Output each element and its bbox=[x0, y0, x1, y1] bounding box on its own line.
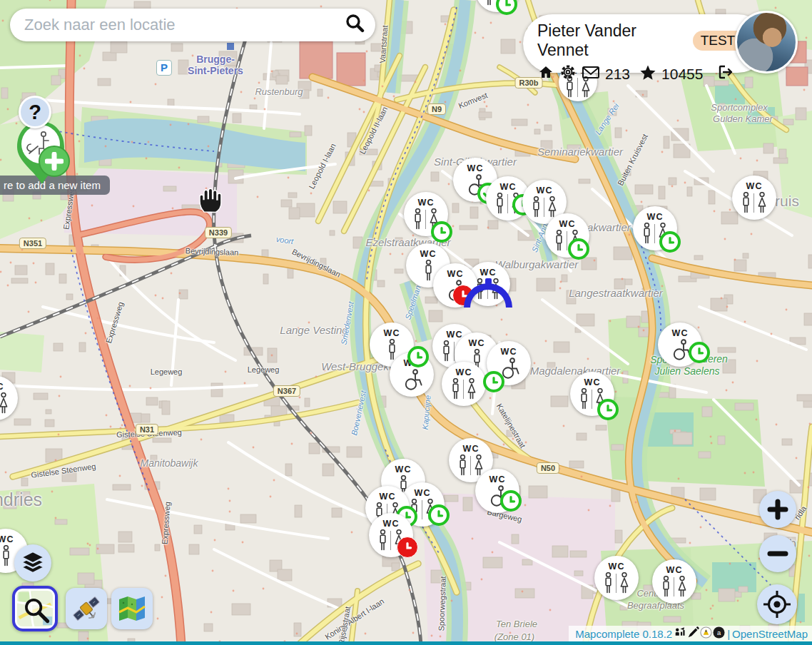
marker-wc-label: WC bbox=[447, 270, 464, 279]
toilet-marker[interactable]: WC bbox=[658, 322, 702, 367]
toilet-marker[interactable]: WC bbox=[442, 362, 486, 406]
user-avatar[interactable] bbox=[735, 11, 798, 73]
marker-wc-label: WC bbox=[537, 186, 553, 195]
road-ref-badge: N367 bbox=[273, 385, 300, 397]
toilet-marker[interactable]: WC bbox=[545, 213, 589, 258]
parking-sign: P bbox=[156, 60, 172, 76]
man-woman-icon bbox=[0, 392, 9, 414]
messages-count: 213 bbox=[605, 66, 630, 83]
opening-hours-badge bbox=[689, 342, 710, 363]
drag-hand-icon bbox=[197, 187, 224, 217]
marker-wc-label: WC bbox=[480, 268, 497, 278]
road-ref-badge: N339 bbox=[205, 227, 232, 238]
opening-hours-badge bbox=[568, 238, 589, 260]
toilet-marker[interactable]: WC bbox=[369, 513, 413, 557]
marker-wc-label: WC bbox=[584, 378, 601, 387]
road-ref-badge: N50 bbox=[537, 462, 559, 474]
road-ref-badge: N9 bbox=[427, 103, 446, 115]
osm-copyright-icon[interactable]: a bbox=[713, 626, 725, 641]
wheelchair-icon bbox=[669, 338, 691, 360]
marker-wc-label: WC bbox=[415, 489, 431, 498]
community-stats-icon[interactable] bbox=[674, 626, 686, 641]
road-ref-badge: N351 bbox=[19, 238, 46, 249]
marker-wc-label: WC bbox=[456, 368, 472, 377]
marker-wc-label: WC bbox=[383, 519, 400, 529]
search-bar[interactable] bbox=[10, 9, 375, 41]
search-icon[interactable] bbox=[342, 11, 367, 39]
man-woman-icon bbox=[603, 572, 631, 594]
home-icon[interactable] bbox=[537, 64, 554, 84]
marker-wc-label: WC bbox=[463, 445, 479, 454]
pencil-icon[interactable] bbox=[687, 626, 699, 641]
toilet-marker[interactable]: WC bbox=[652, 559, 696, 604]
marker-wc-label: WC bbox=[609, 562, 625, 572]
opening-hours-badge bbox=[428, 504, 450, 526]
marker-wc-label: WC bbox=[0, 535, 14, 544]
background-satellite-button[interactable] bbox=[66, 588, 107, 629]
person-icon bbox=[1, 544, 11, 567]
person-icon bbox=[387, 338, 397, 360]
marker-wc-label: WC bbox=[384, 329, 400, 338]
toilet-marker[interactable]: WC bbox=[732, 176, 776, 220]
marker-wc-label: WC bbox=[469, 339, 485, 348]
toilet-marker[interactable]: WC bbox=[594, 556, 639, 600]
attribution-separator: | bbox=[727, 628, 730, 640]
map-canvas[interactable]: Brugge-Sint-PietersRustenburgSint-Gillis… bbox=[0, 0, 812, 645]
marker-wc-label: WC bbox=[559, 220, 576, 229]
marker-wc-label: WC bbox=[501, 347, 517, 357]
toilet-marker[interactable]: WC bbox=[475, 469, 519, 513]
marker-wc-label: WC bbox=[500, 183, 517, 192]
toilet-marker[interactable]: WC bbox=[633, 206, 677, 250]
attribution-app[interactable]: Mapcomplete 0.18.2 bbox=[575, 628, 672, 640]
attribution-bar: Mapcomplete 0.18.2 a | OpenStreetMap bbox=[569, 626, 812, 641]
opening-hours-badge bbox=[483, 371, 504, 392]
marker-wc-label: WC bbox=[380, 492, 396, 502]
opening-hours-badge bbox=[597, 399, 619, 420]
mapcomplete-logo-icon bbox=[700, 626, 712, 641]
attribution-osm-link[interactable]: OpenStreetMap bbox=[732, 628, 808, 640]
wheelchair-icon bbox=[401, 368, 423, 390]
toilet-marker[interactable]: WC bbox=[570, 372, 614, 416]
man-woman-icon bbox=[741, 191, 768, 213]
help-button[interactable]: ? bbox=[19, 96, 51, 128]
toilet-marker[interactable]: WC bbox=[404, 192, 448, 236]
marker-wc-label: WC bbox=[418, 198, 435, 208]
marker-wc-label: WC bbox=[666, 566, 683, 575]
person-icon bbox=[423, 259, 434, 281]
search-input[interactable] bbox=[23, 15, 342, 35]
marker-wc-label: WC bbox=[647, 213, 664, 222]
zoom-out-button[interactable] bbox=[759, 535, 796, 572]
changesets-count: 10455 bbox=[661, 66, 703, 83]
star-icon[interactable] bbox=[639, 64, 656, 84]
marker-wc-label: WC bbox=[489, 475, 506, 484]
opening-hours-badge bbox=[407, 346, 429, 367]
opening-hours-badge bbox=[500, 490, 522, 512]
marker-wc-label: WC bbox=[746, 182, 763, 191]
man-woman-icon bbox=[450, 377, 478, 400]
svg-text:a: a bbox=[717, 629, 721, 636]
marker-wc-label: WC bbox=[395, 465, 412, 474]
logout-icon[interactable] bbox=[715, 64, 734, 84]
geolocate-button[interactable] bbox=[757, 584, 797, 624]
background-osm-button[interactable] bbox=[111, 588, 153, 629]
marker-wc-label: WC bbox=[467, 164, 484, 173]
messages-envelope-icon[interactable] bbox=[582, 64, 600, 83]
background-map-button[interactable] bbox=[12, 586, 58, 631]
man-woman-icon bbox=[531, 195, 559, 218]
toilet-marker[interactable]: WC bbox=[487, 341, 531, 385]
man-woman-icon bbox=[661, 575, 689, 597]
zoom-in-button[interactable] bbox=[759, 491, 796, 528]
road-ref-badge: N31 bbox=[136, 424, 158, 435]
opening-hours-badge bbox=[397, 537, 418, 558]
marker-wc-label: WC bbox=[447, 330, 463, 340]
selected-marker-arc-nub bbox=[485, 278, 492, 285]
marker-wc-label: WC bbox=[420, 250, 437, 259]
marker-wc-label: WC bbox=[0, 382, 4, 392]
marker-wc-label: WC bbox=[672, 329, 689, 338]
add-item-plus-icon[interactable] bbox=[39, 146, 70, 177]
layers-button[interactable] bbox=[14, 544, 51, 581]
user-panel[interactable]: Pieter Vander Vennet TESTING 213 10455 bbox=[523, 14, 767, 73]
user-name: Pieter Vander Vennet bbox=[537, 21, 686, 60]
opening-hours-badge bbox=[431, 221, 452, 243]
settings-gear-icon[interactable] bbox=[559, 64, 577, 84]
